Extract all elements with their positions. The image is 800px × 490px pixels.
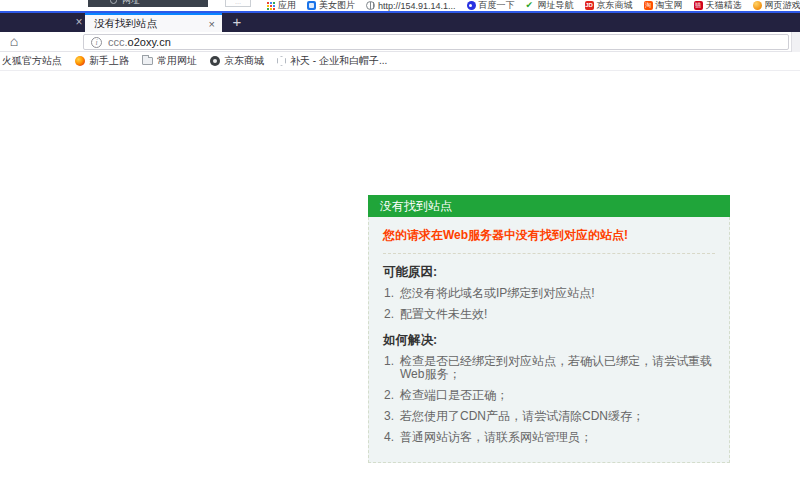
jd-icon: JD [585,1,594,10]
url-subdomain: ccc. [108,36,128,48]
solution-item: 检查端口是否正确； [383,389,715,402]
tab-title: 没有找到站点 [85,17,202,31]
bookmark-common-sites-folder[interactable]: 常用网址 [142,54,197,68]
orange-ball-icon [753,1,762,10]
bookmark-firefox-official[interactable]: 火狐官方站点 [2,54,62,68]
bookmark-butian[interactable]: 补天 - 企业和白帽子... [277,54,387,68]
globe-icon [366,1,375,10]
bookmark-label: 火狐官方站点 [2,54,62,68]
bookmark-ip-link[interactable]: http://154.91.14.1... [366,1,456,11]
menu-fragment-label: 网址 [122,0,140,7]
causes-list: 您没有将此域名或IP绑定到对应站点! 配置文件未生效! [383,287,715,321]
bookmark-label: http://154.91.14.1... [378,1,456,11]
solutions-list: 检查是否已经绑定到对应站点，若确认已绑定，请尝试重载Web服务； 检查端口是否正… [383,355,715,444]
taobao-icon: 淘 [644,1,653,10]
url-domain: o2oxy.cn [128,36,171,48]
solution-item: 普通网站访客，请联系网站管理员； [383,431,715,444]
close-icon[interactable]: × [202,18,222,30]
page-content: 没有找到站点 您的请求在Web服务器中没有找到对应的站点! 可能原因: 您没有将… [0,71,800,490]
new-tab-button[interactable]: + [228,13,246,32]
jd-circle-icon [210,56,220,66]
baidu-icon [467,1,476,10]
tab-bar: × 没有找到站点 × + [0,11,800,32]
apps-grid-icon [266,1,275,10]
shield-icon [277,56,286,66]
url-bar[interactable]: i ccc.o2oxy.cn [83,34,789,50]
background-panel-fragment: ··· [225,0,251,7]
home-icon[interactable]: ⌂ [6,34,22,50]
background-bookmarks-bar: 应用 美女图片 http://154.91.14.1... 百度一下 ✔ 网址导… [266,0,800,11]
bookmark-jd-mall[interactable]: 京东商城 [210,54,264,68]
background-window-strip: 网址 ··· 应用 美女图片 http://154.91.14.1... 百度一… [0,0,800,11]
navigation-bar: ⌂ i ccc.o2oxy.cn [0,32,800,52]
bookmark-label: 新手上路 [89,54,129,68]
solution-item: 若您使用了CDN产品，请尝试清除CDN缓存； [383,410,715,423]
bookmark-label: 补天 - 企业和白帽子... [290,54,387,68]
cause-item: 配置文件未生效! [383,308,715,321]
close-tab-icon[interactable]: × [72,14,86,30]
error-box: 没有找到站点 您的请求在Web服务器中没有找到对应的站点! 可能原因: 您没有将… [368,195,730,463]
tmall-icon: 猫 [694,1,703,10]
site-info-icon[interactable]: i [91,37,102,48]
solutions-heading: 如何解决: [383,333,715,347]
bookmark-label: 京东商城 [224,54,264,68]
error-box-body: 您的请求在Web服务器中没有找到对应的站点! 可能原因: 您没有将此域名或IP绑… [368,217,730,463]
solution-item: 检查是否已经绑定到对应站点，若确认已绑定，请尝试重载Web服务； [383,355,715,381]
background-menu-fragment: 网址 [88,0,208,7]
error-message: 您的请求在Web服务器中没有找到对应的站点! [383,228,715,254]
firefox-icon [75,56,85,66]
bookmarks-toolbar: 火狐官方站点 新手上路 常用网址 京东商城 补天 - 企业和白帽子... [0,52,800,71]
url-text: ccc.o2oxy.cn [108,36,171,48]
bookmark-label: 常用网址 [157,54,197,68]
cause-item: 您没有将此域名或IP绑定到对应站点! [383,287,715,300]
image-icon [307,1,316,10]
bookmark-getting-started[interactable]: 新手上路 [75,54,129,68]
causes-heading: 可能原因: [383,265,715,279]
check-icon: ✔ [526,1,535,10]
menu-circle-icon [110,0,117,4]
error-box-header: 没有找到站点 [368,195,730,217]
tab-active[interactable]: 没有找到站点 × [85,13,222,32]
folder-icon [142,57,153,65]
